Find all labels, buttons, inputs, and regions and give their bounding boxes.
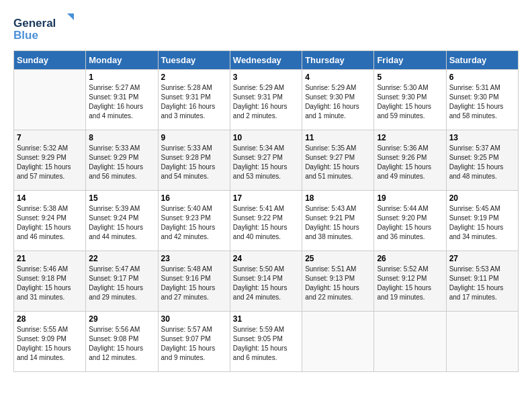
day-number: 10 bbox=[233, 133, 299, 142]
page-header: General Blue bbox=[13, 13, 519, 44]
day-number: 25 bbox=[305, 254, 371, 263]
week-row-3: 14Sunrise: 5:38 AM Sunset: 9:24 PM Dayli… bbox=[14, 191, 519, 251]
week-row-5: 28Sunrise: 5:55 AM Sunset: 9:09 PM Dayli… bbox=[14, 312, 519, 372]
calendar-cell: 2Sunrise: 5:28 AM Sunset: 9:31 PM Daylig… bbox=[158, 70, 230, 130]
day-number: 3 bbox=[233, 73, 299, 82]
col-header-wednesday: Wednesday bbox=[230, 51, 302, 70]
calendar-cell bbox=[14, 70, 86, 130]
day-info: Sunrise: 5:52 AM Sunset: 9:12 PM Dayligh… bbox=[377, 265, 443, 302]
calendar-cell: 22Sunrise: 5:47 AM Sunset: 9:17 PM Dayli… bbox=[86, 251, 158, 312]
day-info: Sunrise: 5:47 AM Sunset: 9:17 PM Dayligh… bbox=[89, 265, 154, 302]
day-number: 5 bbox=[377, 73, 443, 82]
calendar-cell: 13Sunrise: 5:37 AM Sunset: 9:25 PM Dayli… bbox=[446, 130, 518, 191]
day-info: Sunrise: 5:29 AM Sunset: 9:30 PM Dayligh… bbox=[305, 83, 371, 121]
calendar-cell: 16Sunrise: 5:40 AM Sunset: 9:23 PM Dayli… bbox=[158, 191, 230, 251]
day-info: Sunrise: 5:50 AM Sunset: 9:14 PM Dayligh… bbox=[233, 265, 299, 302]
day-info: Sunrise: 5:53 AM Sunset: 9:11 PM Dayligh… bbox=[449, 265, 515, 302]
day-info: Sunrise: 5:56 AM Sunset: 9:08 PM Dayligh… bbox=[89, 325, 154, 363]
day-info: Sunrise: 5:32 AM Sunset: 9:29 PM Dayligh… bbox=[17, 144, 83, 181]
calendar-header-row: SundayMondayTuesdayWednesdayThursdayFrid… bbox=[14, 51, 519, 70]
day-number: 14 bbox=[17, 193, 83, 203]
day-number: 16 bbox=[161, 193, 227, 203]
calendar-cell: 15Sunrise: 5:39 AM Sunset: 9:24 PM Dayli… bbox=[86, 191, 158, 251]
day-info: Sunrise: 5:59 AM Sunset: 9:05 PM Dayligh… bbox=[233, 325, 299, 363]
day-info: Sunrise: 5:36 AM Sunset: 9:26 PM Dayligh… bbox=[377, 144, 443, 181]
day-number: 9 bbox=[161, 133, 227, 142]
day-info: Sunrise: 5:31 AM Sunset: 9:30 PM Dayligh… bbox=[449, 83, 515, 121]
day-number: 28 bbox=[17, 314, 83, 324]
day-number: 23 bbox=[161, 254, 227, 263]
day-number: 4 bbox=[305, 73, 371, 82]
day-info: Sunrise: 5:45 AM Sunset: 9:19 PM Dayligh… bbox=[449, 204, 515, 242]
day-info: Sunrise: 5:40 AM Sunset: 9:23 PM Dayligh… bbox=[161, 204, 227, 242]
calendar-cell: 3Sunrise: 5:29 AM Sunset: 9:31 PM Daylig… bbox=[230, 70, 302, 130]
day-number: 12 bbox=[377, 133, 443, 142]
calendar-cell: 31Sunrise: 5:59 AM Sunset: 9:05 PM Dayli… bbox=[230, 312, 302, 372]
day-number: 20 bbox=[449, 193, 515, 203]
day-info: Sunrise: 5:39 AM Sunset: 9:24 PM Dayligh… bbox=[89, 204, 154, 242]
day-info: Sunrise: 5:29 AM Sunset: 9:31 PM Dayligh… bbox=[233, 83, 299, 121]
calendar-cell: 14Sunrise: 5:38 AM Sunset: 9:24 PM Dayli… bbox=[14, 191, 86, 251]
calendar-cell: 18Sunrise: 5:43 AM Sunset: 9:21 PM Dayli… bbox=[302, 191, 374, 251]
calendar-cell: 12Sunrise: 5:36 AM Sunset: 9:26 PM Dayli… bbox=[374, 130, 446, 191]
day-number: 8 bbox=[89, 133, 154, 142]
day-number: 22 bbox=[89, 254, 154, 263]
day-number: 18 bbox=[305, 193, 371, 203]
day-number: 19 bbox=[377, 193, 443, 203]
calendar-cell: 1Sunrise: 5:27 AM Sunset: 9:31 PM Daylig… bbox=[86, 70, 158, 130]
svg-text:Blue: Blue bbox=[13, 29, 38, 42]
day-number: 1 bbox=[89, 73, 154, 82]
day-info: Sunrise: 5:46 AM Sunset: 9:18 PM Dayligh… bbox=[17, 265, 83, 302]
calendar-cell: 19Sunrise: 5:44 AM Sunset: 9:20 PM Dayli… bbox=[374, 191, 446, 251]
calendar-cell: 10Sunrise: 5:34 AM Sunset: 9:27 PM Dayli… bbox=[230, 130, 302, 191]
calendar-cell: 5Sunrise: 5:30 AM Sunset: 9:30 PM Daylig… bbox=[374, 70, 446, 130]
day-number: 30 bbox=[161, 314, 227, 324]
calendar-cell: 7Sunrise: 5:32 AM Sunset: 9:29 PM Daylig… bbox=[14, 130, 86, 191]
calendar-cell: 28Sunrise: 5:55 AM Sunset: 9:09 PM Dayli… bbox=[14, 312, 86, 372]
col-header-sunday: Sunday bbox=[14, 51, 86, 70]
logo-svg: General Blue bbox=[13, 13, 74, 44]
day-number: 21 bbox=[17, 254, 83, 263]
calendar-cell: 27Sunrise: 5:53 AM Sunset: 9:11 PM Dayli… bbox=[446, 251, 518, 312]
calendar-cell: 25Sunrise: 5:51 AM Sunset: 9:13 PM Dayli… bbox=[302, 251, 374, 312]
col-header-thursday: Thursday bbox=[302, 51, 374, 70]
day-number: 15 bbox=[89, 193, 154, 203]
svg-text:General: General bbox=[13, 17, 56, 30]
day-info: Sunrise: 5:55 AM Sunset: 9:09 PM Dayligh… bbox=[17, 325, 83, 363]
day-info: Sunrise: 5:27 AM Sunset: 9:31 PM Dayligh… bbox=[89, 83, 154, 121]
day-number: 13 bbox=[449, 133, 515, 142]
calendar-cell: 6Sunrise: 5:31 AM Sunset: 9:30 PM Daylig… bbox=[446, 70, 518, 130]
day-info: Sunrise: 5:33 AM Sunset: 9:29 PM Dayligh… bbox=[89, 144, 154, 181]
calendar-cell: 24Sunrise: 5:50 AM Sunset: 9:14 PM Dayli… bbox=[230, 251, 302, 312]
logo: General Blue bbox=[13, 13, 74, 44]
day-info: Sunrise: 5:30 AM Sunset: 9:30 PM Dayligh… bbox=[377, 83, 443, 121]
day-info: Sunrise: 5:57 AM Sunset: 9:07 PM Dayligh… bbox=[161, 325, 227, 363]
day-number: 24 bbox=[233, 254, 299, 263]
calendar-cell: 29Sunrise: 5:56 AM Sunset: 9:08 PM Dayli… bbox=[86, 312, 158, 372]
svg-marker-2 bbox=[67, 13, 74, 20]
day-info: Sunrise: 5:37 AM Sunset: 9:25 PM Dayligh… bbox=[449, 144, 515, 181]
col-header-friday: Friday bbox=[374, 51, 446, 70]
col-header-monday: Monday bbox=[86, 51, 158, 70]
day-number: 11 bbox=[305, 133, 371, 142]
day-info: Sunrise: 5:44 AM Sunset: 9:20 PM Dayligh… bbox=[377, 204, 443, 242]
calendar-cell: 26Sunrise: 5:52 AM Sunset: 9:12 PM Dayli… bbox=[374, 251, 446, 312]
day-info: Sunrise: 5:48 AM Sunset: 9:16 PM Dayligh… bbox=[161, 265, 227, 302]
calendar-cell bbox=[446, 312, 518, 372]
day-info: Sunrise: 5:41 AM Sunset: 9:22 PM Dayligh… bbox=[233, 204, 299, 242]
week-row-4: 21Sunrise: 5:46 AM Sunset: 9:18 PM Dayli… bbox=[14, 251, 519, 312]
day-info: Sunrise: 5:33 AM Sunset: 9:28 PM Dayligh… bbox=[161, 144, 227, 181]
calendar-cell: 11Sunrise: 5:35 AM Sunset: 9:27 PM Dayli… bbox=[302, 130, 374, 191]
calendar-cell: 4Sunrise: 5:29 AM Sunset: 9:30 PM Daylig… bbox=[302, 70, 374, 130]
calendar-cell: 20Sunrise: 5:45 AM Sunset: 9:19 PM Dayli… bbox=[446, 191, 518, 251]
day-number: 26 bbox=[377, 254, 443, 263]
calendar-cell: 9Sunrise: 5:33 AM Sunset: 9:28 PM Daylig… bbox=[158, 130, 230, 191]
calendar-cell bbox=[302, 312, 374, 372]
calendar-cell: 23Sunrise: 5:48 AM Sunset: 9:16 PM Dayli… bbox=[158, 251, 230, 312]
day-info: Sunrise: 5:43 AM Sunset: 9:21 PM Dayligh… bbox=[305, 204, 371, 242]
calendar-cell: 8Sunrise: 5:33 AM Sunset: 9:29 PM Daylig… bbox=[86, 130, 158, 191]
day-number: 7 bbox=[17, 133, 83, 142]
calendar-cell bbox=[374, 312, 446, 372]
day-info: Sunrise: 5:28 AM Sunset: 9:31 PM Dayligh… bbox=[161, 83, 227, 121]
day-info: Sunrise: 5:38 AM Sunset: 9:24 PM Dayligh… bbox=[17, 204, 83, 242]
